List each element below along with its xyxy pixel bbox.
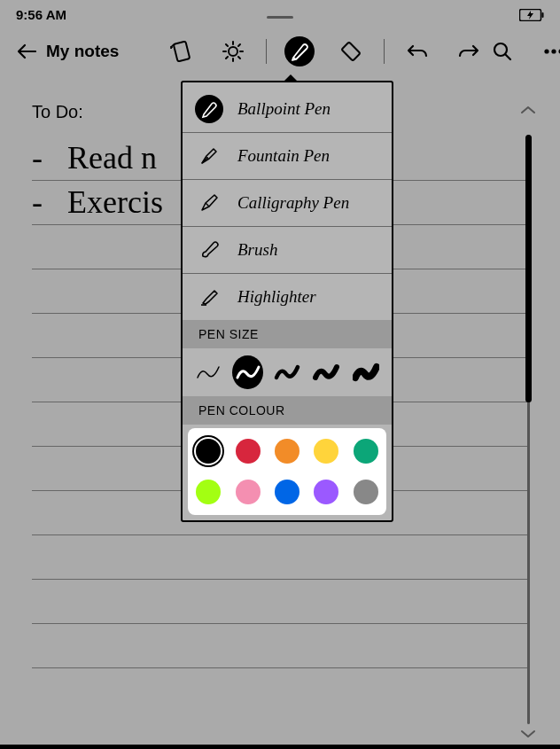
- redo-button[interactable]: [454, 36, 484, 66]
- color-swatch[interactable]: [275, 439, 299, 464]
- pen-color-header: PEN COLOUR: [183, 396, 392, 425]
- svg-rect-12: [342, 42, 361, 60]
- drag-handle[interactable]: [267, 16, 293, 19]
- pen-option-highlighter[interactable]: Highlighter: [183, 274, 392, 320]
- color-swatch[interactable]: [196, 480, 221, 504]
- highlighter-icon: [195, 283, 223, 311]
- color-panel: [188, 428, 386, 515]
- pen-option-ballpoint[interactable]: Ballpoint Pen: [183, 86, 392, 133]
- bullet-dash: -: [32, 183, 43, 221]
- pen-settings-popup: Ballpoint Pen Fountain Pen Calligraphy P…: [181, 81, 393, 522]
- svg-point-19: [206, 157, 208, 159]
- color-swatch[interactable]: [354, 439, 378, 464]
- pen-option-label: Highlighter: [237, 287, 316, 307]
- back-arrow-icon: [16, 43, 37, 60]
- scrollbar-thumb[interactable]: [525, 135, 532, 402]
- pen-tool-button[interactable]: [284, 36, 315, 66]
- note-item-text: Exercis: [67, 183, 163, 221]
- toolbar-divider: [384, 39, 385, 64]
- color-swatch[interactable]: [196, 439, 221, 464]
- toolbar-right: [487, 36, 560, 66]
- ballpoint-pen-icon: [195, 95, 223, 123]
- eraser-button[interactable]: [336, 36, 366, 66]
- color-swatch[interactable]: [314, 439, 338, 464]
- pen-option-label: Brush: [237, 240, 277, 260]
- svg-rect-2: [174, 42, 190, 62]
- page-title: My notes: [46, 42, 119, 61]
- pen-size-1[interactable]: [193, 355, 223, 389]
- popup-arrow-icon: [283, 74, 299, 82]
- svg-line-11: [238, 44, 240, 46]
- back-button[interactable]: My notes: [16, 42, 119, 61]
- pen-size-header: PEN SIZE: [183, 320, 392, 348]
- color-swatch[interactable]: [236, 439, 261, 464]
- toolbar: My notes: [0, 26, 560, 75]
- color-swatch[interactable]: [236, 480, 261, 504]
- brightness-button[interactable]: [218, 36, 248, 66]
- note-item-text: Read n: [67, 139, 157, 176]
- scroll-up-button[interactable]: [519, 103, 537, 119]
- pen-option-fountain[interactable]: Fountain Pen: [183, 133, 392, 180]
- more-options-button[interactable]: [539, 36, 560, 66]
- pen-size-2[interactable]: [232, 355, 262, 389]
- pen-size-3[interactable]: [272, 355, 302, 389]
- undo-button[interactable]: [402, 36, 432, 66]
- toolbar-divider: [266, 39, 267, 64]
- svg-point-15: [545, 49, 549, 53]
- pen-option-calligraphy[interactable]: Calligraphy Pen: [183, 180, 392, 227]
- battery-charging-icon: [519, 9, 544, 21]
- svg-line-14: [505, 54, 510, 59]
- rotate-button[interactable]: [167, 36, 197, 66]
- svg-rect-1: [542, 12, 544, 18]
- svg-line-20: [206, 203, 209, 207]
- pen-type-list: Ballpoint Pen Fountain Pen Calligraphy P…: [183, 82, 392, 320]
- status-bar: 9:56 AM: [0, 0, 560, 26]
- bottom-edge: [0, 745, 560, 749]
- svg-point-16: [552, 49, 556, 53]
- svg-line-10: [226, 57, 228, 59]
- color-swatch[interactable]: [314, 480, 338, 504]
- color-swatch[interactable]: [354, 480, 378, 504]
- scroll-down-button[interactable]: [519, 727, 537, 743]
- pen-option-label: Fountain Pen: [237, 146, 330, 166]
- svg-point-3: [229, 47, 237, 56]
- svg-line-9: [238, 57, 240, 59]
- pen-option-brush[interactable]: Brush: [183, 227, 392, 274]
- bullet-dash: -: [32, 139, 43, 176]
- note-item: - Read n: [32, 139, 157, 176]
- brush-icon: [195, 236, 223, 264]
- svg-line-8: [226, 44, 228, 46]
- pen-option-label: Calligraphy Pen: [237, 193, 349, 213]
- color-swatch[interactable]: [275, 480, 299, 504]
- note-item: - Exercis: [32, 183, 163, 221]
- pen-size-row: [183, 348, 392, 396]
- pen-size-4[interactable]: [311, 355, 341, 389]
- color-grid: [195, 439, 379, 504]
- status-time: 9:56 AM: [16, 7, 66, 22]
- calligraphy-pen-icon: [195, 189, 223, 217]
- toolbar-center: [167, 36, 484, 66]
- search-button[interactable]: [487, 36, 517, 66]
- fountain-pen-icon: [195, 142, 223, 170]
- pen-size-5[interactable]: [351, 355, 381, 389]
- pen-option-label: Ballpoint Pen: [237, 99, 331, 119]
